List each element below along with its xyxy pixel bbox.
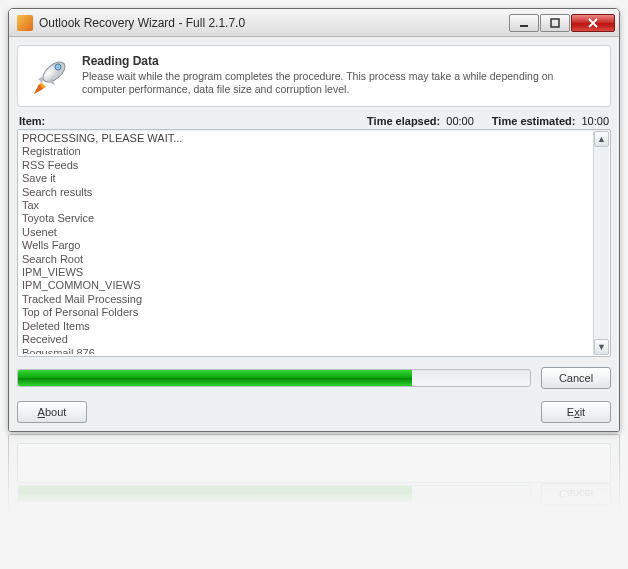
footer-row: About Exit [17, 399, 611, 423]
svg-point-2 [40, 58, 69, 85]
estimated-label: Time estimated: [492, 115, 576, 127]
header-panel: Reading Data Please wait while the progr… [17, 45, 611, 107]
header-text: Reading Data Please wait while the progr… [82, 54, 600, 98]
maximize-button[interactable] [540, 14, 570, 32]
client-area: Reading Data Please wait while the progr… [9, 37, 619, 431]
svg-rect-0 [520, 25, 528, 27]
scrollbar[interactable]: ▲ ▼ [593, 131, 609, 355]
status-row: Item: Time elapsed: 00:00 Time estimated… [19, 115, 609, 127]
rocket-icon [28, 54, 72, 98]
header-description: Please wait while the program completes … [82, 70, 600, 96]
exit-button[interactable]: Exit [541, 401, 611, 423]
item-label: Item: [19, 115, 45, 127]
estimated-value: 10:00 [581, 115, 609, 127]
scroll-track[interactable] [594, 148, 609, 338]
progress-row: Cancel [17, 367, 611, 389]
app-icon [17, 15, 33, 31]
progress-fill [18, 370, 412, 386]
elapsed-value: 00:00 [446, 115, 474, 127]
log-box: PROCESSING, PLEASE WAIT... Registration … [17, 129, 611, 357]
minimize-button[interactable] [509, 14, 539, 32]
close-button[interactable] [571, 14, 615, 32]
svg-rect-1 [551, 19, 559, 27]
window-title: Outlook Recovery Wizard - Full 2.1.7.0 [39, 16, 509, 30]
reflection: About Exit Cancel [8, 434, 620, 544]
titlebar[interactable]: Outlook Recovery Wizard - Full 2.1.7.0 [9, 9, 619, 37]
elapsed-label: Time elapsed: [367, 115, 440, 127]
app-window: Outlook Recovery Wizard - Full 2.1.7.0 [8, 8, 620, 432]
header-title: Reading Data [82, 54, 600, 68]
svg-point-3 [55, 64, 61, 70]
log-content: PROCESSING, PLEASE WAIT... Registration … [22, 132, 590, 354]
about-button[interactable]: About [17, 401, 87, 423]
scroll-down-button[interactable]: ▼ [594, 339, 609, 355]
progress-bar [17, 369, 531, 387]
cancel-button[interactable]: Cancel [541, 367, 611, 389]
scroll-up-button[interactable]: ▲ [594, 131, 609, 147]
window-controls [509, 14, 615, 32]
